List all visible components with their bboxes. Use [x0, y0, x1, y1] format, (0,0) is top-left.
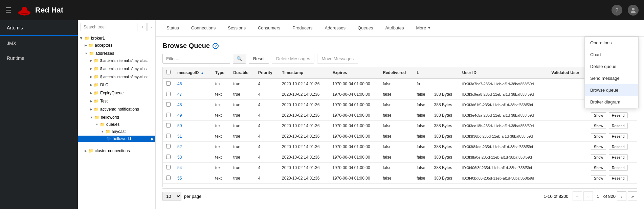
- col-header-size[interactable]: [431, 67, 459, 78]
- col-header-validated-user[interactable]: Validated User: [548, 67, 587, 78]
- row-checkbox[interactable]: [166, 134, 171, 138]
- row-checkbox[interactable]: [166, 176, 171, 180]
- tree-node-expiryqueue[interactable]: ▶ 📁 ExpiryQueue: [78, 89, 155, 97]
- hamburger-icon[interactable]: ☰: [5, 6, 12, 14]
- sidebar-item-artemis[interactable]: Artemis: [0, 20, 78, 36]
- reset-button[interactable]: Reset: [249, 54, 269, 64]
- tree-node-activemq-notifications[interactable]: ▶ 📁 activemq.notifications: [78, 105, 155, 113]
- page-next-button[interactable]: ›: [617, 191, 626, 201]
- row-checkbox-cell[interactable]: [163, 152, 174, 163]
- tree-node-cluster-connections[interactable]: ▶ 📁 cluster-connections: [78, 147, 155, 155]
- tree-node-artemis2[interactable]: ▶ 📁 $.artemis.internal.sf.my-clust...: [78, 65, 155, 73]
- col-header-l[interactable]: L: [413, 67, 430, 78]
- tree-node-addresses[interactable]: ▼ 📁 addresses ▶ 📁 $.artemis.internal.sf.…: [78, 49, 155, 147]
- page-last-button[interactable]: »: [628, 191, 637, 201]
- row-checkbox[interactable]: [166, 81, 171, 86]
- sidebar-item-jmx[interactable]: JMX: [0, 36, 78, 51]
- dropdown-item-browse-queue[interactable]: Browse queue: [585, 84, 638, 96]
- help-icon[interactable]: ?: [612, 5, 622, 16]
- filter-input[interactable]: [162, 54, 230, 64]
- row-checkbox-cell[interactable]: [163, 89, 174, 100]
- row-checkbox-cell[interactable]: [163, 163, 174, 173]
- delete-messages-button[interactable]: Delete Messages: [272, 54, 314, 64]
- row-checkbox-cell[interactable]: [163, 142, 174, 152]
- col-header-expires[interactable]: Expires: [329, 67, 379, 78]
- tree-node-dlq[interactable]: ▶ 📁 DLQ: [78, 81, 155, 89]
- row-checkbox[interactable]: [166, 155, 171, 159]
- move-messages-button[interactable]: Move Messages: [317, 54, 358, 64]
- page-first-button[interactable]: «: [573, 191, 582, 201]
- resend-button[interactable]: Resend: [609, 175, 628, 181]
- tab-producers[interactable]: Producers: [287, 20, 318, 37]
- tree-node-test[interactable]: ▶ 📁 Test: [78, 97, 155, 105]
- row-checkbox-cell[interactable]: [163, 78, 174, 89]
- resend-button[interactable]: Resend: [609, 165, 628, 171]
- tab-sessions[interactable]: Sessions: [222, 20, 251, 37]
- tab-more[interactable]: More ▼: [411, 20, 437, 37]
- row-checkbox-cell[interactable]: [163, 121, 174, 131]
- col-header-priority[interactable]: Priority: [255, 67, 279, 78]
- row-checkbox-cell[interactable]: [163, 110, 174, 121]
- col-header-durable[interactable]: Durable: [230, 67, 254, 78]
- show-button[interactable]: Show: [591, 144, 606, 150]
- select-all-checkbox[interactable]: [166, 70, 171, 74]
- tab-attributes[interactable]: Attributes: [380, 20, 409, 37]
- row-checkbox[interactable]: [166, 165, 171, 169]
- cell-type: text: [212, 110, 230, 121]
- tree-node-artemis3[interactable]: ▶ 📁 $.artemis.internal.sf.my-clust...: [78, 73, 155, 81]
- show-button[interactable]: Show: [591, 154, 606, 160]
- tree-node-queues[interactable]: ▼ 📁 queues ▼ 📁 anycast: [78, 120, 155, 145]
- tab-addresses[interactable]: Addresses: [319, 20, 351, 37]
- select-all-header[interactable]: [163, 67, 174, 78]
- tree-node-anycast[interactable]: ▼ 📁 anycast 🔵 helloworld ▶: [78, 127, 155, 144]
- tab-status[interactable]: Status: [161, 20, 184, 37]
- collapse-all-button[interactable]: -: [148, 23, 156, 31]
- row-checkbox-cell[interactable]: [163, 100, 174, 110]
- show-button[interactable]: Show: [591, 112, 606, 118]
- tree-node-acceptors[interactable]: ▶ 📁 acceptors: [78, 41, 155, 49]
- tree-node-artemis1[interactable]: ▶ 📁 $.artemis.internal.sf.my-clust...: [78, 56, 155, 65]
- col-header-type[interactable]: Type: [212, 67, 230, 78]
- user-avatar[interactable]: [628, 5, 639, 16]
- row-checkbox-cell[interactable]: [163, 173, 174, 184]
- cell-type: text: [212, 163, 230, 173]
- cell-validated-user: [548, 142, 587, 152]
- resend-button[interactable]: Resend: [609, 144, 628, 150]
- dropdown-item-broker-diagram[interactable]: Broker diagram: [585, 96, 638, 108]
- row-checkbox[interactable]: [166, 144, 171, 148]
- col-header-timestamp[interactable]: Timestamp: [279, 67, 329, 78]
- show-button[interactable]: Show: [591, 175, 606, 181]
- dropdown-item-chart[interactable]: Chart: [585, 49, 638, 61]
- row-checkbox[interactable]: [166, 102, 171, 107]
- col-header-redelivered[interactable]: Redelivered: [379, 67, 413, 78]
- row-checkbox[interactable]: [166, 92, 171, 96]
- expand-all-button[interactable]: +: [139, 23, 147, 31]
- search-tree-input[interactable]: [81, 23, 137, 31]
- show-button[interactable]: Show: [591, 133, 606, 139]
- resend-button[interactable]: Resend: [609, 112, 628, 118]
- resend-button[interactable]: Resend: [609, 133, 628, 139]
- page-prev-button[interactable]: ‹: [583, 191, 593, 201]
- search-button[interactable]: 🔍: [233, 54, 246, 64]
- show-button[interactable]: Show: [591, 165, 606, 171]
- dropdown-item-operations[interactable]: Operations: [585, 37, 638, 49]
- row-checkbox[interactable]: [166, 113, 171, 117]
- row-checkbox-cell[interactable]: [163, 131, 174, 142]
- tree-node-broker1[interactable]: ▼ 📁 broker1 ▶ 📁 acceptors ▼ 📁 addres: [78, 34, 155, 156]
- resend-button[interactable]: Resend: [609, 123, 628, 129]
- tab-queues[interactable]: Queues: [352, 20, 379, 37]
- per-page-select[interactable]: 10 20 50 100: [162, 192, 181, 201]
- dropdown-item-delete-queue[interactable]: Delete queue: [585, 61, 638, 72]
- tab-consumers[interactable]: Consumers: [252, 20, 286, 37]
- col-header-messageid[interactable]: messageID ▲: [174, 67, 212, 78]
- show-button[interactable]: Show: [591, 123, 606, 129]
- tab-connections[interactable]: Connections: [186, 20, 221, 37]
- dropdown-item-send-message[interactable]: Send message: [585, 72, 638, 84]
- sidebar-item-runtime[interactable]: Runtime: [0, 51, 78, 66]
- resend-button[interactable]: Resend: [609, 154, 628, 160]
- tree-node-helloworld-parent[interactable]: ▼ 📁 helloworld ▼ 📁 queues: [78, 113, 155, 146]
- col-header-userid[interactable]: User ID: [459, 67, 548, 78]
- tree-node-helloworld-queue[interactable]: 🔵 helloworld ▶: [78, 135, 155, 143]
- help-circle-icon[interactable]: ?: [213, 43, 219, 49]
- row-checkbox[interactable]: [166, 123, 171, 127]
